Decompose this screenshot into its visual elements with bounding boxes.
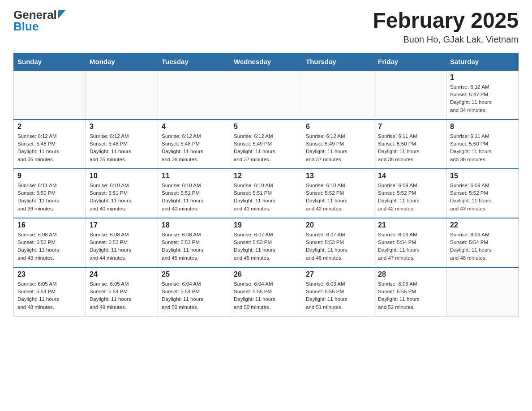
calendar-cell: 20Sunrise: 6:07 AMSunset: 5:53 PMDayligh… [302, 218, 374, 267]
week-row-4: 16Sunrise: 6:08 AMSunset: 5:52 PMDayligh… [14, 218, 519, 267]
calendar-cell: 25Sunrise: 6:04 AMSunset: 5:54 PMDayligh… [158, 267, 230, 317]
day-info: Sunrise: 6:12 AMSunset: 5:48 PMDaylight:… [162, 133, 226, 163]
day-info: Sunrise: 6:12 AMSunset: 5:49 PMDaylight:… [234, 133, 298, 163]
day-info: Sunrise: 6:06 AMSunset: 5:54 PMDaylight:… [378, 231, 442, 262]
day-info: Sunrise: 6:11 AMSunset: 5:50 PMDaylight:… [450, 133, 515, 163]
calendar-cell [14, 70, 86, 120]
day-number: 13 [306, 172, 370, 180]
day-info: Sunrise: 6:08 AMSunset: 5:53 PMDaylight:… [90, 231, 154, 262]
day-info: Sunrise: 6:03 AMSunset: 5:55 PMDaylight:… [306, 280, 370, 311]
days-of-week-row: SundayMondayTuesdayWednesdayThursdayFrid… [14, 53, 519, 70]
calendar-cell [158, 70, 230, 120]
day-number: 19 [234, 221, 298, 229]
day-of-week-sunday: Sunday [14, 53, 86, 70]
calendar-cell: 16Sunrise: 6:08 AMSunset: 5:52 PMDayligh… [14, 218, 86, 267]
calendar-cell: 14Sunrise: 6:09 AMSunset: 5:52 PMDayligh… [374, 169, 446, 218]
day-info: Sunrise: 6:07 AMSunset: 5:53 PMDaylight:… [234, 231, 298, 262]
calendar-cell: 19Sunrise: 6:07 AMSunset: 5:53 PMDayligh… [230, 218, 302, 267]
day-number: 21 [378, 221, 442, 229]
calendar-cell [86, 70, 158, 120]
calendar-cell: 28Sunrise: 6:03 AMSunset: 5:55 PMDayligh… [374, 267, 446, 317]
day-info: Sunrise: 6:10 AMSunset: 5:51 PMDaylight:… [234, 182, 298, 213]
week-row-1: 1Sunrise: 6:12 AMSunset: 5:47 PMDaylight… [14, 70, 519, 120]
logo-text: General Blue [13, 9, 65, 32]
calendar-cell [302, 70, 374, 120]
calendar-cell: 10Sunrise: 6:10 AMSunset: 5:51 PMDayligh… [86, 169, 158, 218]
calendar-cell: 3Sunrise: 6:12 AMSunset: 5:48 PMDaylight… [86, 120, 158, 169]
day-of-week-friday: Friday [374, 53, 446, 70]
day-number: 23 [17, 270, 82, 278]
logo: General Blue [13, 9, 65, 32]
calendar-cell: 21Sunrise: 6:06 AMSunset: 5:54 PMDayligh… [374, 218, 446, 267]
day-info: Sunrise: 6:05 AMSunset: 5:54 PMDaylight:… [17, 280, 82, 311]
title-block: February 2025 Buon Ho, GJak Lak, Vietnam [373, 9, 519, 45]
day-info: Sunrise: 6:07 AMSunset: 5:53 PMDaylight:… [306, 231, 370, 262]
calendar-cell: 12Sunrise: 6:10 AMSunset: 5:51 PMDayligh… [230, 169, 302, 218]
calendar-cell: 22Sunrise: 6:06 AMSunset: 5:54 PMDayligh… [446, 218, 519, 267]
day-info: Sunrise: 6:10 AMSunset: 5:52 PMDaylight:… [306, 182, 370, 213]
day-info: Sunrise: 6:09 AMSunset: 5:52 PMDaylight:… [450, 182, 515, 213]
day-info: Sunrise: 6:11 AMSunset: 5:50 PMDaylight:… [17, 182, 82, 213]
day-number: 28 [378, 270, 442, 278]
day-number: 5 [234, 123, 298, 131]
day-of-week-saturday: Saturday [446, 53, 519, 70]
day-number: 4 [162, 123, 226, 131]
calendar-cell: 1Sunrise: 6:12 AMSunset: 5:47 PMDaylight… [446, 70, 519, 120]
day-info: Sunrise: 6:08 AMSunset: 5:52 PMDaylight:… [17, 231, 82, 262]
day-number: 6 [306, 123, 370, 131]
calendar-cell: 6Sunrise: 6:12 AMSunset: 5:49 PMDaylight… [302, 120, 374, 169]
page-header: General Blue February 2025 Buon Ho, GJak… [13, 9, 519, 45]
calendar-table: SundayMondayTuesdayWednesdayThursdayFrid… [13, 53, 519, 317]
day-info: Sunrise: 6:10 AMSunset: 5:51 PMDaylight:… [162, 182, 226, 213]
day-number: 9 [17, 172, 82, 180]
week-row-5: 23Sunrise: 6:05 AMSunset: 5:54 PMDayligh… [14, 267, 519, 317]
calendar-cell: 7Sunrise: 6:11 AMSunset: 5:50 PMDaylight… [374, 120, 446, 169]
svg-marker-0 [58, 10, 65, 18]
week-row-3: 9Sunrise: 6:11 AMSunset: 5:50 PMDaylight… [14, 169, 519, 218]
day-info: Sunrise: 6:05 AMSunset: 5:54 PMDaylight:… [90, 280, 154, 311]
day-info: Sunrise: 6:04 AMSunset: 5:55 PMDaylight:… [234, 280, 298, 311]
calendar-cell [446, 267, 519, 317]
day-info: Sunrise: 6:03 AMSunset: 5:55 PMDaylight:… [378, 280, 442, 311]
location-subtitle: Buon Ho, GJak Lak, Vietnam [373, 34, 519, 45]
day-of-week-tuesday: Tuesday [158, 53, 230, 70]
calendar-cell: 24Sunrise: 6:05 AMSunset: 5:54 PMDayligh… [86, 267, 158, 317]
month-year-title: February 2025 [373, 9, 519, 33]
day-info: Sunrise: 6:12 AMSunset: 5:48 PMDaylight:… [90, 133, 154, 163]
day-info: Sunrise: 6:10 AMSunset: 5:51 PMDaylight:… [90, 182, 154, 213]
calendar-cell: 8Sunrise: 6:11 AMSunset: 5:50 PMDaylight… [446, 120, 519, 169]
calendar-cell: 18Sunrise: 6:08 AMSunset: 5:53 PMDayligh… [158, 218, 230, 267]
day-info: Sunrise: 6:11 AMSunset: 5:50 PMDaylight:… [378, 133, 442, 163]
day-info: Sunrise: 6:08 AMSunset: 5:53 PMDaylight:… [162, 231, 226, 262]
day-number: 11 [162, 172, 226, 180]
day-number: 18 [162, 221, 226, 229]
calendar-cell: 4Sunrise: 6:12 AMSunset: 5:48 PMDaylight… [158, 120, 230, 169]
day-number: 20 [306, 221, 370, 229]
day-info: Sunrise: 6:12 AMSunset: 5:47 PMDaylight:… [450, 83, 515, 114]
day-of-week-wednesday: Wednesday [230, 53, 302, 70]
day-number: 17 [90, 221, 154, 229]
day-number: 24 [90, 270, 154, 278]
day-info: Sunrise: 6:12 AMSunset: 5:48 PMDaylight:… [17, 133, 82, 163]
calendar-cell: 5Sunrise: 6:12 AMSunset: 5:49 PMDaylight… [230, 120, 302, 169]
day-number: 2 [17, 123, 82, 131]
day-number: 12 [234, 172, 298, 180]
day-info: Sunrise: 6:06 AMSunset: 5:54 PMDaylight:… [450, 231, 515, 262]
day-info: Sunrise: 6:04 AMSunset: 5:54 PMDaylight:… [162, 280, 226, 311]
day-of-week-monday: Monday [86, 53, 158, 70]
calendar-cell: 26Sunrise: 6:04 AMSunset: 5:55 PMDayligh… [230, 267, 302, 317]
day-of-week-thursday: Thursday [302, 53, 374, 70]
logo-blue: Blue [13, 20, 39, 33]
calendar-cell [374, 70, 446, 120]
calendar-header: SundayMondayTuesdayWednesdayThursdayFrid… [14, 53, 519, 70]
calendar-cell: 17Sunrise: 6:08 AMSunset: 5:53 PMDayligh… [86, 218, 158, 267]
calendar-cell: 11Sunrise: 6:10 AMSunset: 5:51 PMDayligh… [158, 169, 230, 218]
day-number: 3 [90, 123, 154, 131]
calendar-cell: 15Sunrise: 6:09 AMSunset: 5:52 PMDayligh… [446, 169, 519, 218]
day-number: 15 [450, 172, 515, 180]
calendar-cell: 27Sunrise: 6:03 AMSunset: 5:55 PMDayligh… [302, 267, 374, 317]
day-number: 16 [17, 221, 82, 229]
day-number: 8 [450, 123, 515, 131]
logo-triangle-icon [58, 10, 65, 20]
day-number: 1 [450, 73, 515, 81]
